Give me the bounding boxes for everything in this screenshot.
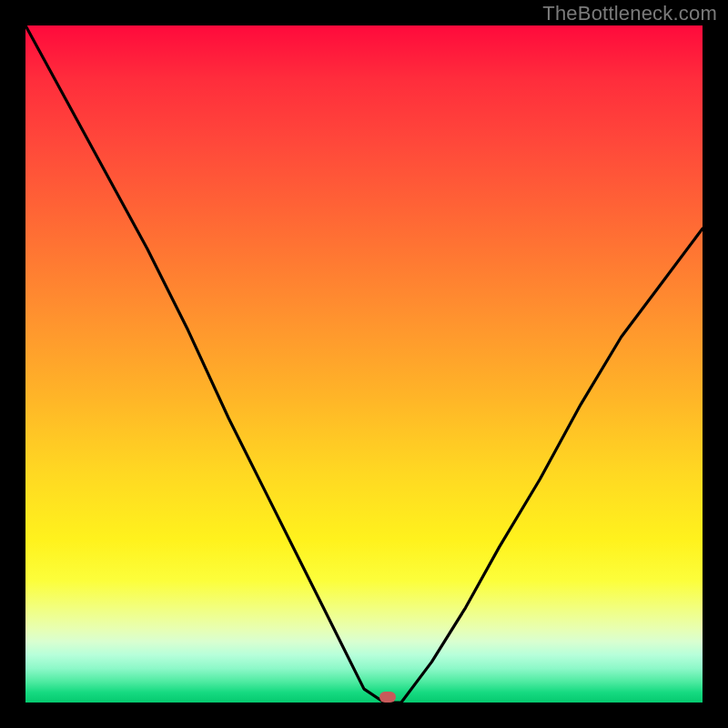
bottleneck-curve: [25, 25, 703, 703]
plot-area: [25, 25, 703, 703]
chart-frame: TheBottleneck.com: [0, 0, 728, 728]
optimum-marker: [379, 692, 396, 703]
watermark-text: TheBottleneck.com: [542, 2, 717, 25]
